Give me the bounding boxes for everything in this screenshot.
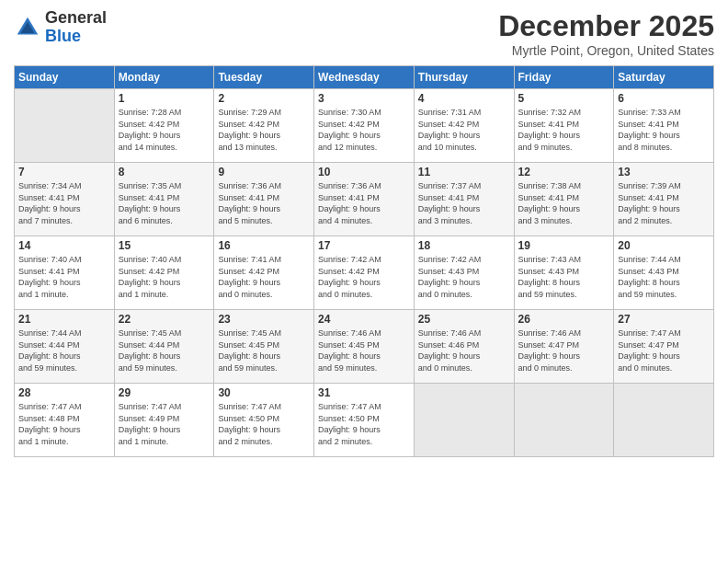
calendar-header-row: SundayMondayTuesdayWednesdayThursdayFrid… — [15, 66, 714, 89]
calendar-cell: 25Sunrise: 7:46 AM Sunset: 4:46 PM Dayli… — [414, 310, 514, 384]
day-number: 31 — [318, 386, 410, 399]
day-number: 6 — [618, 92, 710, 105]
calendar-cell — [15, 89, 115, 163]
calendar-week-5: 28Sunrise: 7:47 AM Sunset: 4:48 PM Dayli… — [15, 384, 714, 457]
day-info: Sunrise: 7:40 AM Sunset: 4:41 PM Dayligh… — [18, 254, 110, 300]
day-info: Sunrise: 7:47 AM Sunset: 4:47 PM Dayligh… — [618, 327, 710, 373]
col-header-tuesday: Tuesday — [214, 66, 314, 89]
day-info: Sunrise: 7:34 AM Sunset: 4:41 PM Dayligh… — [18, 180, 110, 226]
calendar-cell: 5Sunrise: 7:32 AM Sunset: 4:41 PM Daylig… — [514, 89, 614, 163]
day-number: 8 — [119, 166, 210, 178]
day-number: 27 — [618, 313, 710, 326]
day-info: Sunrise: 7:36 AM Sunset: 4:41 PM Dayligh… — [218, 180, 310, 226]
col-header-sunday: Sunday — [15, 66, 115, 89]
day-info: Sunrise: 7:35 AM Sunset: 4:41 PM Dayligh… — [119, 180, 210, 226]
calendar-cell: 6Sunrise: 7:33 AM Sunset: 4:41 PM Daylig… — [614, 89, 714, 163]
month-title: December 2025 — [498, 9, 714, 43]
day-number: 11 — [418, 166, 510, 178]
calendar-table: SundayMondayTuesdayWednesdayThursdayFrid… — [14, 65, 714, 457]
day-info: Sunrise: 7:37 AM Sunset: 4:41 PM Dayligh… — [418, 180, 510, 226]
day-number: 28 — [18, 386, 110, 399]
day-info: Sunrise: 7:29 AM Sunset: 4:42 PM Dayligh… — [218, 107, 310, 153]
header: General Blue December 2025 Myrtle Point,… — [14, 9, 714, 58]
calendar-cell — [414, 384, 514, 457]
calendar-cell: 19Sunrise: 7:43 AM Sunset: 4:43 PM Dayli… — [514, 236, 614, 310]
calendar-cell: 21Sunrise: 7:44 AM Sunset: 4:44 PM Dayli… — [15, 310, 115, 384]
day-info: Sunrise: 7:45 AM Sunset: 4:44 PM Dayligh… — [119, 327, 210, 373]
title-block: December 2025 Myrtle Point, Oregon, Unit… — [498, 9, 714, 58]
day-info: Sunrise: 7:47 AM Sunset: 4:50 PM Dayligh… — [318, 401, 410, 447]
day-number: 10 — [318, 166, 410, 178]
day-info: Sunrise: 7:41 AM Sunset: 4:42 PM Dayligh… — [218, 254, 310, 300]
col-header-saturday: Saturday — [614, 66, 714, 89]
calendar-cell: 9Sunrise: 7:36 AM Sunset: 4:41 PM Daylig… — [214, 163, 314, 236]
calendar-cell: 30Sunrise: 7:47 AM Sunset: 4:50 PM Dayli… — [214, 384, 314, 457]
day-number: 1 — [119, 92, 210, 105]
calendar-cell: 2Sunrise: 7:29 AM Sunset: 4:42 PM Daylig… — [214, 89, 314, 163]
calendar-cell: 16Sunrise: 7:41 AM Sunset: 4:42 PM Dayli… — [214, 236, 314, 310]
logo-general: General — [45, 8, 107, 27]
calendar-cell: 8Sunrise: 7:35 AM Sunset: 4:41 PM Daylig… — [114, 163, 214, 236]
calendar-cell: 3Sunrise: 7:30 AM Sunset: 4:42 PM Daylig… — [314, 89, 415, 163]
day-info: Sunrise: 7:45 AM Sunset: 4:45 PM Dayligh… — [218, 327, 310, 373]
calendar-cell: 23Sunrise: 7:45 AM Sunset: 4:45 PM Dayli… — [214, 310, 314, 384]
day-number: 23 — [218, 313, 310, 326]
calendar-cell: 15Sunrise: 7:40 AM Sunset: 4:42 PM Dayli… — [114, 236, 214, 310]
col-header-thursday: Thursday — [414, 66, 514, 89]
day-info: Sunrise: 7:42 AM Sunset: 4:43 PM Dayligh… — [418, 254, 510, 300]
calendar-cell: 29Sunrise: 7:47 AM Sunset: 4:49 PM Dayli… — [114, 384, 214, 457]
day-info: Sunrise: 7:46 AM Sunset: 4:46 PM Dayligh… — [418, 327, 510, 373]
calendar-cell: 4Sunrise: 7:31 AM Sunset: 4:42 PM Daylig… — [414, 89, 514, 163]
day-number: 22 — [119, 313, 210, 326]
day-info: Sunrise: 7:44 AM Sunset: 4:44 PM Dayligh… — [18, 327, 110, 373]
day-number: 4 — [418, 92, 510, 105]
day-info: Sunrise: 7:38 AM Sunset: 4:41 PM Dayligh… — [518, 180, 610, 226]
page-container: General Blue December 2025 Myrtle Point,… — [0, 0, 728, 563]
calendar-week-3: 14Sunrise: 7:40 AM Sunset: 4:41 PM Dayli… — [15, 236, 714, 310]
calendar-cell: 28Sunrise: 7:47 AM Sunset: 4:48 PM Dayli… — [15, 384, 115, 457]
day-info: Sunrise: 7:44 AM Sunset: 4:43 PM Dayligh… — [618, 254, 710, 300]
day-number: 13 — [618, 166, 710, 178]
day-number: 30 — [218, 386, 310, 399]
day-info: Sunrise: 7:47 AM Sunset: 4:48 PM Dayligh… — [18, 401, 110, 447]
calendar-cell: 14Sunrise: 7:40 AM Sunset: 4:41 PM Dayli… — [15, 236, 115, 310]
col-header-wednesday: Wednesday — [314, 66, 415, 89]
calendar-cell: 17Sunrise: 7:42 AM Sunset: 4:42 PM Dayli… — [314, 236, 415, 310]
calendar-cell: 13Sunrise: 7:39 AM Sunset: 4:41 PM Dayli… — [614, 163, 714, 236]
calendar-cell: 18Sunrise: 7:42 AM Sunset: 4:43 PM Dayli… — [414, 236, 514, 310]
day-number: 16 — [218, 239, 310, 252]
day-number: 15 — [119, 239, 210, 252]
day-info: Sunrise: 7:31 AM Sunset: 4:42 PM Dayligh… — [418, 107, 510, 153]
location: Myrtle Point, Oregon, United States — [498, 43, 714, 58]
day-info: Sunrise: 7:42 AM Sunset: 4:42 PM Dayligh… — [318, 254, 410, 300]
day-number: 20 — [618, 239, 710, 252]
calendar-cell: 31Sunrise: 7:47 AM Sunset: 4:50 PM Dayli… — [314, 384, 415, 457]
day-info: Sunrise: 7:46 AM Sunset: 4:45 PM Dayligh… — [318, 327, 410, 373]
calendar-cell — [514, 384, 614, 457]
day-info: Sunrise: 7:47 AM Sunset: 4:49 PM Dayligh… — [119, 401, 210, 447]
day-number: 19 — [518, 239, 610, 252]
day-number: 14 — [18, 239, 110, 252]
calendar-cell: 24Sunrise: 7:46 AM Sunset: 4:45 PM Dayli… — [314, 310, 415, 384]
calendar-cell: 10Sunrise: 7:36 AM Sunset: 4:41 PM Dayli… — [314, 163, 415, 236]
day-number: 17 — [318, 239, 410, 252]
logo-text: General Blue — [45, 9, 107, 46]
calendar-cell: 26Sunrise: 7:46 AM Sunset: 4:47 PM Dayli… — [514, 310, 614, 384]
col-header-monday: Monday — [114, 66, 214, 89]
calendar-week-1: 1Sunrise: 7:28 AM Sunset: 4:42 PM Daylig… — [15, 89, 714, 163]
day-number: 5 — [518, 92, 610, 105]
day-info: Sunrise: 7:32 AM Sunset: 4:41 PM Dayligh… — [518, 107, 610, 153]
day-info: Sunrise: 7:28 AM Sunset: 4:42 PM Dayligh… — [119, 107, 210, 153]
day-info: Sunrise: 7:47 AM Sunset: 4:50 PM Dayligh… — [218, 401, 310, 447]
day-number: 3 — [318, 92, 410, 105]
calendar-cell: 12Sunrise: 7:38 AM Sunset: 4:41 PM Dayli… — [514, 163, 614, 236]
day-info: Sunrise: 7:39 AM Sunset: 4:41 PM Dayligh… — [618, 180, 710, 226]
day-number: 29 — [119, 386, 210, 399]
day-info: Sunrise: 7:46 AM Sunset: 4:47 PM Dayligh… — [518, 327, 610, 373]
day-info: Sunrise: 7:30 AM Sunset: 4:42 PM Dayligh… — [318, 107, 410, 153]
day-number: 2 — [218, 92, 310, 105]
day-info: Sunrise: 7:36 AM Sunset: 4:41 PM Dayligh… — [318, 180, 410, 226]
day-info: Sunrise: 7:33 AM Sunset: 4:41 PM Dayligh… — [618, 107, 710, 153]
day-number: 9 — [218, 166, 310, 178]
logo-blue: Blue — [45, 27, 81, 45]
